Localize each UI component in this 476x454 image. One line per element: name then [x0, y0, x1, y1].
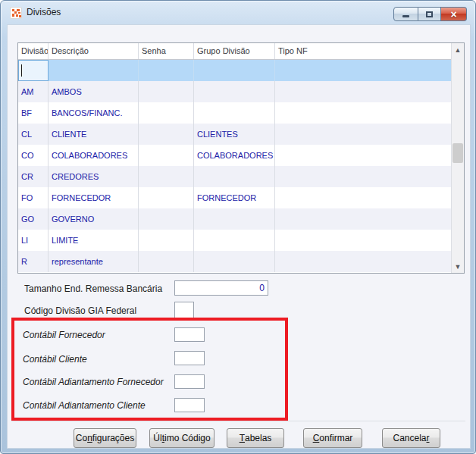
ultimo-codigo-button[interactable]: Último Código [149, 428, 215, 448]
grid-header: Divisão Descrição Senha Grupo Divisão Ti… [18, 43, 464, 60]
tamanho-remessa-input[interactable] [174, 280, 268, 296]
scroll-down-button[interactable]: ▼ [452, 260, 464, 273]
cancelar-button[interactable]: Cancelar [382, 428, 440, 448]
column-header-tipo-nf[interactable]: Tipo NF [275, 43, 464, 59]
table-row[interactable]: FO FORNECEDOR FORNECEDOR [18, 187, 451, 208]
edit-cell-divisao[interactable] [18, 60, 49, 81]
close-button[interactable]: × [441, 7, 467, 21]
table-row[interactable]: CR CREDORES [18, 166, 451, 187]
table-row[interactable]: CO COLABORADORES COLABORADORES [18, 145, 451, 166]
window-controls: × [393, 7, 467, 21]
grid-edit-row[interactable] [18, 60, 451, 81]
tabelas-button[interactable]: Tabelas [227, 428, 284, 448]
contabil-adiantamento-fornecedor-label: Contábil Adiantamento Fornecedor [23, 377, 164, 387]
column-header-grupo-divisao[interactable]: Grupo Divisão [194, 43, 275, 59]
configuracoes-button[interactable]: Configurações [74, 428, 136, 448]
contabil-adiantamento-fornecedor-input[interactable] [174, 374, 205, 389]
titlebar[interactable]: Divisões × [1, 1, 475, 24]
table-row[interactable]: LI LIMITE [18, 230, 451, 251]
table-row[interactable]: GO GOVERNO [18, 208, 451, 230]
minimize-icon [402, 15, 409, 17]
gia-federal-label: Código Divisão GIA Federal [24, 305, 136, 316]
divisoes-dialog: Divisões × Divisão Descrição Senha Grupo… [0, 0, 476, 454]
vertical-scrollbar[interactable]: ▲ ▼ [451, 43, 464, 273]
column-header-divisao[interactable]: Divisão [18, 43, 49, 59]
close-icon: × [450, 9, 456, 20]
minimize-button[interactable] [393, 7, 418, 21]
gia-federal-input[interactable] [174, 302, 194, 318]
contabil-fornecedor-input[interactable] [174, 327, 205, 342]
contabil-fornecedor-label: Contábil Fornecedor [23, 330, 105, 340]
divisions-grid[interactable]: Divisão Descrição Senha Grupo Divisão Ti… [17, 42, 465, 274]
maximize-icon [426, 11, 433, 17]
app-icon [10, 7, 22, 19]
table-row[interactable]: BF BANCOS/FINANC. [18, 102, 451, 124]
scroll-up-button[interactable]: ▲ [452, 43, 464, 56]
column-header-senha[interactable]: Senha [139, 43, 194, 59]
text-caret [21, 64, 22, 77]
dialog-client-area: Divisão Descrição Senha Grupo Divisão Ti… [7, 24, 471, 449]
table-row[interactable]: R representante [18, 251, 451, 272]
grid-body: AM AMBOS BF BANCOS/FINANC. CL CLIENTE [18, 60, 451, 273]
table-row[interactable]: AM AMBOS [18, 81, 451, 102]
contabil-cliente-label: Contábil Cliente [23, 354, 87, 365]
confirmar-button[interactable]: Confirmar [303, 428, 362, 448]
column-header-descricao[interactable]: Descrição [49, 43, 139, 59]
scrollbar-thumb[interactable] [453, 143, 463, 163]
footer-separator [11, 421, 465, 421]
contabil-adiantamento-cliente-input[interactable] [174, 398, 205, 412]
window-title: Divisões [27, 7, 61, 17]
contabil-cliente-input[interactable] [174, 351, 205, 365]
maximize-button[interactable] [418, 7, 441, 21]
tamanho-remessa-label: Tamanho End. Remessa Bancária [24, 283, 162, 294]
contabil-adiantamento-cliente-label: Contábil Adiantamento Cliente [23, 400, 146, 411]
table-row[interactable]: CL CLIENTE CLIENTES [18, 124, 451, 145]
